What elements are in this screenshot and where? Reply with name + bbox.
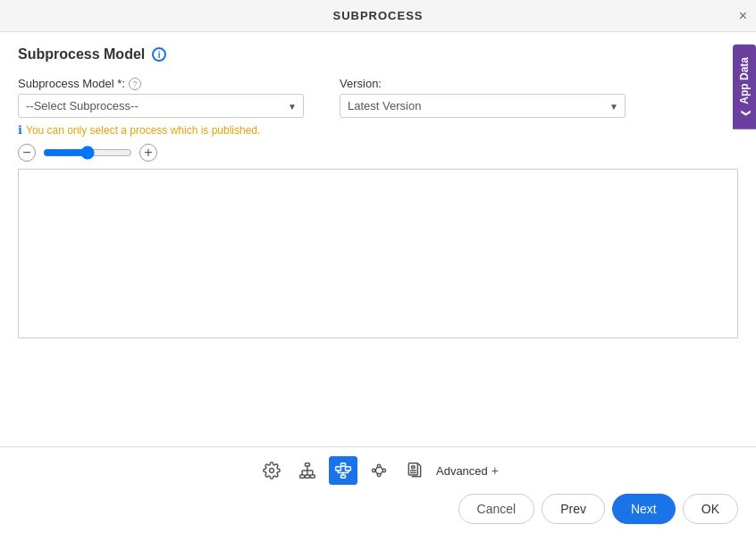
svg-line-26 [381,471,383,474]
app-data-label: App Data [738,57,751,104]
subprocess-select-wrapper: --Select Subprocess-- [18,94,304,118]
subprocess-active-icon[interactable] [329,456,357,485]
hint-message: ℹ You can only select a process which is… [18,123,304,137]
subprocess-field-group: Subprocess Model *: ? --Select Subproces… [18,77,304,137]
advanced-button[interactable]: Advanced + [436,463,499,478]
svg-rect-11 [340,463,345,466]
toolbar-icon-row: Advanced + [18,456,738,485]
action-buttons: Cancel Prev Next OK [18,494,738,524]
svg-rect-28 [412,466,415,469]
svg-point-22 [382,469,385,471]
flow-icon[interactable] [365,456,393,485]
version-field-group: Version: Latest Version [340,77,626,118]
preview-canvas [18,169,738,338]
bottom-toolbar: Advanced + Cancel Prev Next OK [0,446,756,533]
svg-rect-10 [336,467,341,471]
advanced-plus-icon: + [491,463,499,478]
title-bar: SUBPROCESS × [0,0,756,32]
svg-line-23 [375,467,378,471]
advanced-label: Advanced [436,464,488,478]
settings-icon[interactable] [257,456,286,485]
svg-rect-1 [305,463,309,466]
chevron-left-icon: ❮ [740,110,750,117]
hierarchy-icon[interactable] [293,456,322,485]
svg-point-19 [372,469,374,471]
section-title-text: Subprocess Model [18,46,145,62]
document-icon[interactable] [400,456,429,485]
form-row: Subprocess Model *: ? --Select Subproces… [18,77,738,137]
svg-point-0 [269,469,273,473]
version-select-wrapper: Latest Version [340,94,626,118]
next-button[interactable]: Next [612,494,676,524]
dialog: SUBPROCESS × ❮ App Data Subprocess Model… [0,0,756,533]
zoom-in-button[interactable]: + [139,144,157,162]
zoom-slider[interactable] [43,146,132,160]
close-button[interactable]: × [739,8,747,24]
main-content: Subprocess Model i Subprocess Model *: ?… [0,32,756,446]
version-select[interactable]: Latest Version [340,94,626,118]
zoom-controls: − + [18,144,738,162]
zoom-out-button[interactable]: − [18,144,36,162]
ok-button[interactable]: OK [683,494,738,524]
section-info-icon[interactable]: i [152,47,166,62]
subprocess-label: Subprocess Model *: ? [18,77,304,90]
version-label: Version: [340,77,626,90]
svg-line-25 [381,467,383,470]
dialog-title: SUBPROCESS [332,9,423,22]
prev-button[interactable]: Prev [542,494,605,524]
svg-rect-4 [310,475,315,478]
svg-point-20 [377,464,380,467]
svg-rect-12 [345,467,350,471]
svg-point-21 [377,473,380,476]
svg-line-24 [375,471,378,474]
hint-icon: ℹ [18,123,22,137]
cancel-button[interactable]: Cancel [458,494,535,524]
subprocess-select[interactable]: --Select Subprocess-- [18,94,304,118]
svg-rect-3 [305,475,309,478]
subprocess-help-icon[interactable]: ? [129,78,141,90]
svg-rect-2 [300,475,305,478]
section-heading: Subprocess Model i [18,46,738,62]
svg-rect-13 [340,475,345,478]
app-data-tab[interactable]: ❮ App Data [733,45,756,129]
